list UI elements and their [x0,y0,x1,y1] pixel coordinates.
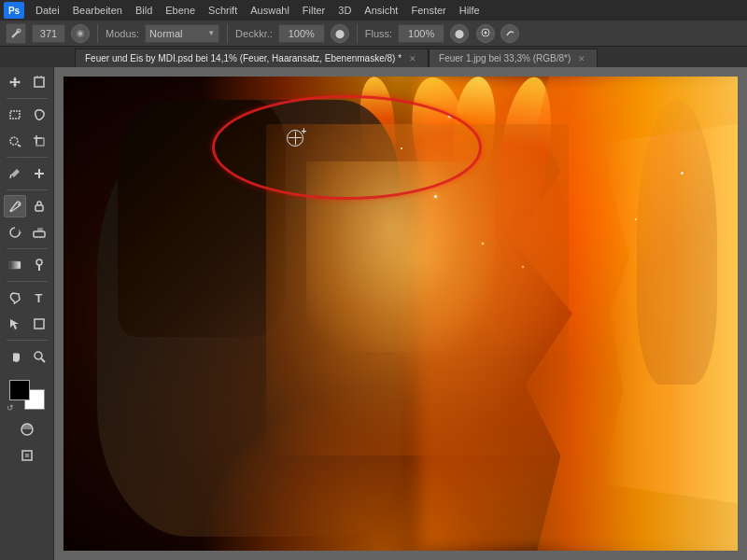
menu-3d[interactable]: 3D [332,3,357,18]
red-ellipse-annotation [212,95,482,200]
hand-tool[interactable] [4,345,26,368]
svg-line-12 [18,145,21,147]
toolbar: T [0,67,54,560]
menu-bild[interactable]: Bild [130,3,158,18]
menu-schrift[interactable]: Schrift [203,3,243,18]
zoom-tool[interactable] [28,345,50,368]
opacity-toggle[interactable]: ⬤ [331,24,349,43]
right-figure [637,100,718,385]
app-logo: Ps [4,2,24,19]
flow-input[interactable]: 100% [398,24,444,43]
tool-sep-6 [7,340,48,341]
main-area: T [0,67,747,560]
heal-tool[interactable] [28,162,50,185]
type-tool[interactable]: T [28,287,50,309]
separator [97,24,98,43]
svg-rect-22 [34,231,45,237]
svg-rect-18 [35,173,44,175]
tab-feuer-eis[interactable]: Feuer und Eis by MDI.psd bei 14,1% (Feue… [75,49,429,67]
tab-bar: Feuer und Eis by MDI.psd bei 14,1% (Feue… [0,47,747,67]
separator2 [227,24,228,43]
menu-fenster[interactable]: Fenster [405,3,451,18]
tool-row-8: T [4,287,50,309]
dodge-tool[interactable] [28,254,50,276]
svg-rect-23 [37,228,43,231]
menu-ansicht[interactable]: Ansicht [359,3,403,18]
mode-dropdown[interactable]: Normal ▼ [145,24,219,43]
brush-tool-icon[interactable] [6,23,26,44]
quick-mask-btn[interactable] [16,418,38,441]
eraser-tool[interactable] [28,221,50,244]
tab-feuer1[interactable]: Feuer 1.jpg bei 33,3% (RGB/8*) ✕ [429,49,598,67]
menubar: Ps Datei Bearbeiten Bild Ebene Schrift A… [0,0,747,21]
tool-sep-2 [7,157,48,158]
spark-2 [482,243,484,245]
tool-row-1 [4,71,50,93]
tab-feuer-eis-close[interactable]: ✕ [407,53,418,64]
smoothing-btn[interactable] [500,24,519,43]
svg-rect-24 [9,261,21,269]
flow-toggle[interactable]: ⬤ [450,24,469,43]
tool-sep-3 [7,189,48,190]
gradient-tool[interactable] [4,254,26,276]
tool-row-7 [4,254,50,276]
tool-row-6 [4,221,50,244]
cursor-vertical [295,132,296,145]
svg-point-26 [36,259,42,265]
pen-tool[interactable] [4,287,26,309]
tool-sep-4 [7,248,48,249]
brush-preset-btn[interactable] [71,24,90,43]
eyedropper-tool[interactable] [4,162,26,185]
tool-sep-5 [7,281,48,282]
brush-size-input[interactable]: 371 [32,24,65,43]
brush-tool[interactable] [4,195,26,217]
shape-tool[interactable] [28,313,50,335]
tool-row-5 [4,195,50,217]
clone-stamp-tool[interactable] [28,195,50,217]
foreground-color-swatch[interactable] [9,380,30,400]
svg-rect-20 [35,205,43,211]
history-brush-tool[interactable] [4,221,26,244]
bottom-fire [198,385,569,551]
svg-rect-30 [35,319,44,329]
svg-point-5 [484,32,486,35]
move-tool[interactable] [4,71,26,93]
svg-rect-10 [10,111,20,119]
tab-feuer-eis-label: Feuer und Eis by MDI.psd bei 14,1% (Feue… [85,53,402,63]
svg-point-31 [35,352,42,359]
screen-mode-btn[interactable] [16,444,38,467]
flow-label: Fluss: [365,28,392,39]
select-rect-tool[interactable] [4,104,26,126]
path-select-tool[interactable] [4,313,26,335]
tab-feuer1-close[interactable]: ✕ [576,53,587,64]
tool-row-11 [16,418,38,441]
photo-background: + [63,77,738,551]
reset-colors-btn[interactable]: ↺ [7,403,14,413]
canvas-area[interactable]: + [54,67,747,560]
menu-auswahl[interactable]: Auswahl [245,3,295,18]
lasso-tool[interactable] [28,104,50,126]
opacity-input[interactable]: 100% [278,24,325,43]
crop-tool[interactable] [28,130,50,152]
svg-line-16 [10,175,11,178]
tool-sep-1 [7,98,48,99]
tool-row-12 [16,444,38,467]
svg-line-28 [14,302,15,304]
svg-line-32 [41,358,45,362]
menu-ebene[interactable]: Ebene [160,3,201,18]
quick-select-tool[interactable] [4,130,26,152]
svg-marker-21 [19,229,21,236]
tool-row-2 [4,104,50,126]
menu-filter[interactable]: Filter [297,3,331,18]
opacity-label: Deckkr.: [235,28,273,39]
menu-datei[interactable]: Datei [30,3,65,18]
svg-line-0 [12,31,19,37]
menu-bearbeiten[interactable]: Bearbeiten [67,3,128,18]
svg-point-3 [78,32,82,35]
artboard-tool[interactable] [28,71,50,93]
svg-rect-35 [25,454,29,457]
tool-row-4 [4,162,50,185]
menu-hilfe[interactable]: Hilfe [454,3,486,18]
color-swatches: ↺ [7,377,48,413]
airbrush-btn[interactable] [476,24,495,43]
